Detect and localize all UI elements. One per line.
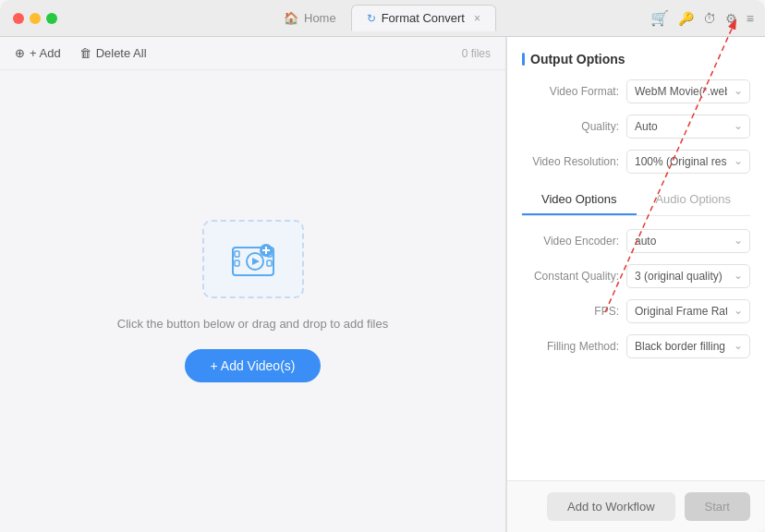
add-label: + Add <box>30 46 61 60</box>
svg-rect-2 <box>235 260 239 266</box>
video-encoder-label: Video Encoder: <box>522 235 619 248</box>
close-tab-icon[interactable]: × <box>474 12 480 25</box>
tab-video-options[interactable]: Video Options <box>522 185 637 215</box>
quality-label: Quality: <box>522 120 619 133</box>
video-format-select[interactable]: WebM Movie(*.webm) <box>626 79 750 103</box>
filling-method-label: Filling Method: <box>522 340 619 353</box>
add-button[interactable]: ⊕ + Add <box>15 46 61 60</box>
video-format-select-wrapper: WebM Movie(*.webm) <box>626 79 750 103</box>
minimize-button[interactable] <box>30 13 41 24</box>
video-resolution-select[interactable]: 100% (Original resol... <box>626 150 750 174</box>
left-panel: ⊕ + Add 🗑 Delete All 0 files <box>0 37 506 532</box>
tab-bar: 🏠 Home ↻ Format Convert × <box>269 5 496 31</box>
output-options: Output Options Video Format: WebM Movie(… <box>507 37 765 480</box>
video-encoder-select-wrapper: auto <box>626 229 750 253</box>
add-icon: ⊕ <box>15 46 25 60</box>
video-format-row: Video Format: WebM Movie(*.webm) <box>522 79 750 103</box>
trash-icon: 🗑 <box>79 46 91 60</box>
video-encoder-select[interactable]: auto <box>626 229 750 253</box>
right-panel: Output Options Video Format: WebM Movie(… <box>506 37 765 532</box>
drop-area: Click the button below or drag and drop … <box>0 70 505 532</box>
close-button[interactable] <box>13 13 24 24</box>
settings-icon[interactable]: ⚙ <box>725 11 737 26</box>
add-video-button[interactable]: + Add Video(s) <box>185 349 322 382</box>
fps-select[interactable]: Original Frame Rate <box>626 299 750 323</box>
video-resolution-label: Video Resolution: <box>522 155 619 168</box>
film-clapperboard-icon <box>225 236 281 283</box>
section-title: Output Options <box>522 52 750 66</box>
maximize-button[interactable] <box>46 13 57 24</box>
title-bar: 🏠 Home ↻ Format Convert × 🛒 🔑 ⏱ ⚙ ≡ <box>0 0 765 37</box>
constant-quality-select[interactable]: 3 (original quality) <box>626 264 750 288</box>
tab-audio-options[interactable]: Audio Options <box>637 185 751 215</box>
svg-marker-6 <box>252 258 260 265</box>
toolbar: ⊕ + Add 🗑 Delete All 0 files <box>0 37 505 70</box>
file-count: 0 files <box>462 47 491 60</box>
menu-icon[interactable]: ≡ <box>747 11 754 26</box>
start-button[interactable]: Start <box>685 492 750 521</box>
video-resolution-row: Video Resolution: 100% (Original resol..… <box>522 150 750 174</box>
bottom-bar: Add to Workflow Start <box>507 480 765 532</box>
home-icon: 🏠 <box>284 11 298 25</box>
video-resolution-select-wrapper: 100% (Original resol... <box>626 150 750 174</box>
quality-select[interactable]: Auto <box>626 115 750 139</box>
active-tab-label: Format Convert <box>382 11 465 25</box>
fps-label: FPS: <box>522 305 619 318</box>
title-bar-actions: 🛒 🔑 ⏱ ⚙ ≡ <box>650 9 754 27</box>
tab-format-convert[interactable]: ↻ Format Convert × <box>351 5 496 31</box>
fps-select-wrapper: Original Frame Rate <box>626 299 750 323</box>
quality-row: Quality: Auto <box>522 115 750 139</box>
delete-all-button[interactable]: 🗑 Delete All <box>79 46 147 60</box>
tab-home[interactable]: 🏠 Home <box>269 6 351 30</box>
clock-icon[interactable]: ⏱ <box>703 11 716 26</box>
fps-row: FPS: Original Frame Rate <box>522 299 750 323</box>
quality-select-wrapper: Auto <box>626 115 750 139</box>
drop-instruction: Click the button below or drag and drop … <box>117 317 388 331</box>
filling-method-select[interactable]: Black border filling <box>626 334 750 358</box>
constant-quality-label: Constant Quality: <box>522 270 619 283</box>
key-icon[interactable]: 🔑 <box>678 11 694 26</box>
home-tab-label: Home <box>304 11 336 25</box>
constant-quality-row: Constant Quality: 3 (original quality) <box>522 264 750 288</box>
constant-quality-select-wrapper: 3 (original quality) <box>626 264 750 288</box>
svg-rect-4 <box>267 260 272 266</box>
delete-label: Delete All <box>96 46 147 60</box>
filling-method-select-wrapper: Black border filling <box>626 334 750 358</box>
video-encoder-row: Video Encoder: auto <box>522 229 750 253</box>
video-format-label: Video Format: <box>522 85 619 98</box>
drop-icon-container <box>202 220 304 298</box>
traffic-lights <box>0 13 57 24</box>
main-content: ⊕ + Add 🗑 Delete All 0 files <box>0 37 765 532</box>
filling-method-row: Filling Method: Black border filling <box>522 334 750 358</box>
refresh-icon: ↻ <box>367 12 376 25</box>
cart-icon[interactable]: 🛒 <box>650 9 669 27</box>
add-to-workflow-button[interactable]: Add to Workflow <box>547 492 674 521</box>
sub-tabs: Video Options Audio Options <box>522 185 750 216</box>
svg-rect-1 <box>235 251 239 257</box>
